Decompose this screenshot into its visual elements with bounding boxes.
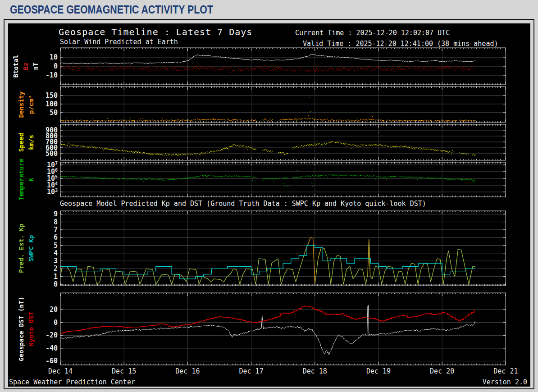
tick-label-kp-3: 3 (54, 257, 58, 265)
tick-label-dst--40: -40 (46, 344, 58, 352)
axis-label-btotal: Btotal (12, 55, 19, 78)
series-dst-line (60, 305, 475, 355)
tick-label-kp-2: 2 (54, 264, 58, 273)
geospace-chart: 100-10BtotalBznT15010050Densityp/cm³9008… (0, 0, 538, 392)
axis-label-temperature: Temperature (18, 159, 25, 201)
axis-label-k: K (27, 178, 35, 182)
axis-label-density: Density (18, 91, 25, 118)
tick-label-kp-6: 6 (54, 233, 58, 242)
tick-label-temperature-103: 103 (47, 188, 58, 196)
valid-time-label: Valid Time : 2025-12-20 12:41:00 (38 min… (303, 40, 498, 48)
panel-frame-dst (60, 293, 506, 365)
tick-label-kp-7: 7 (54, 226, 58, 234)
tick-label-dst-20: 20 (50, 305, 58, 314)
series-imf-line (60, 55, 475, 64)
axis-label-speed: Speed (18, 133, 25, 152)
series-density-dots (61, 97, 476, 122)
x-tick-dec-15: Dec 15 (112, 367, 136, 375)
panel-frame-speed (60, 124, 506, 160)
current-time-label: Current Time : 2025-12-20 12:02:07 UTC (295, 29, 450, 37)
tick-label-dst--20: -20 (46, 331, 58, 339)
mid-title: Geospace Model Predicted Kp and DST (Gro… (60, 200, 426, 208)
tick-label-speed-500: 500 (46, 150, 58, 158)
axis-label-km-s: km/s (27, 135, 35, 150)
x-tick-dec-21: Dec 21 (493, 367, 518, 375)
tick-label-kp-1: 1 (54, 273, 58, 281)
axis-label-pred-est-kp: Pred. Est. Kp (18, 223, 25, 273)
axis-label-geospace-dst-nt-: Geospace DST (nT) (18, 296, 25, 361)
tick-label-kp-9: 9 (54, 210, 58, 218)
x-tick-dec-20: Dec 20 (430, 367, 454, 375)
ticks-dst (60, 293, 506, 365)
footer-source: Space Weather Prediction Center (9, 378, 135, 386)
x-tick-dec-16: Dec 16 (175, 367, 200, 375)
series-bz-dots (61, 65, 476, 74)
x-tick-dec-14: Dec 14 (48, 367, 73, 375)
chart-subtitle: Solar Wind Predicted at Earth (60, 38, 178, 46)
panel-density: 15010050Densityp/cm³ (18, 87, 506, 123)
panel-imf: 100-10BtotalBznT (12, 48, 506, 85)
tick-label-kp-5: 5 (54, 242, 58, 250)
tick-label-kp-8: 8 (54, 218, 58, 226)
tick-label-dst-0: 0 (54, 319, 58, 327)
ticks-speed (60, 124, 506, 160)
tick-label-density-50: 50 (50, 109, 58, 117)
x-tick-dec-18: Dec 18 (303, 367, 327, 375)
tick-label-imf-0: 0 (54, 62, 58, 70)
panel-frame-temperature (60, 162, 506, 197)
x-tick-dec-17: Dec 17 (239, 367, 264, 375)
x-tick-dec-19: Dec 19 (366, 367, 391, 375)
tick-label-imf--10: -10 (46, 71, 58, 79)
axis-label-p-cm-: p/cm³ (27, 95, 35, 114)
page-background: GEOSPACE GEOMAGNETIC ACTIVITY PLOT 100-1… (0, 0, 538, 392)
panel-temperature: 107106105104103TemperatureK (18, 159, 506, 201)
chart-title: Geospace Timeline : Latest 7 Days (59, 27, 252, 37)
tick-label-imf-10: 10 (50, 53, 58, 61)
series-speed-dots (60, 133, 476, 156)
axis-label-bz: Bz (22, 63, 29, 70)
panel-speed: 900800700600500Speedkm/s (18, 124, 506, 160)
panel-dst: 200-20-40-60Geospace DST (nT)Kyoto DST (18, 293, 506, 365)
tick-label-kp-0: 0 (54, 280, 58, 288)
series-kyoto-dst-step (60, 306, 475, 333)
axis-label-nt: nT (32, 63, 39, 70)
ticks-temperature (60, 162, 506, 197)
footer-version: Version 2.0 (483, 378, 527, 386)
ticks-density (60, 87, 506, 123)
tick-label-density-150: 150 (46, 91, 58, 100)
tick-label-density-100: 100 (46, 100, 58, 108)
axis-label-swpc-kp: SWPC Kp (27, 235, 35, 261)
tick-label-kp-4: 4 (54, 249, 58, 257)
tick-label-dst--60: -60 (46, 357, 58, 365)
panel-kp: 9876543210Pred. Est. KpSWPC Kp (18, 210, 506, 288)
axis-label-kyoto-dst: Kyoto DST (27, 312, 35, 346)
panel-frame-density (60, 87, 506, 123)
